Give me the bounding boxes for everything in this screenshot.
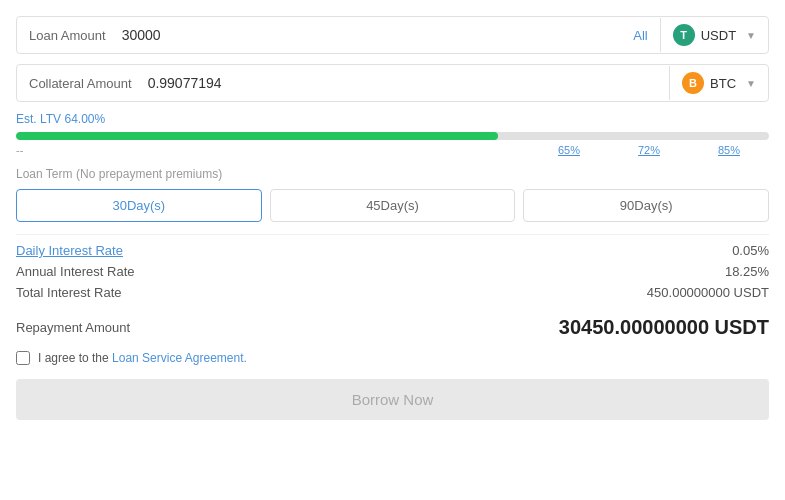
ltv-label: Est. LTV 64.00% [16, 112, 769, 126]
daily-rate-row: Daily Interest Rate 0.05% [16, 243, 769, 258]
agreement-link[interactable]: Loan Service Agreement. [112, 351, 247, 365]
loan-amount-row: Loan Amount All T USDT ▼ [16, 16, 769, 54]
term-buttons: 30Day(s) 45Day(s) 90Day(s) [16, 189, 769, 222]
agreement-text: I agree to the Loan Service Agreement. [38, 351, 247, 365]
daily-rate-value: 0.05% [732, 243, 769, 258]
term-btn-45[interactable]: 45Day(s) [270, 189, 516, 222]
term-btn-30[interactable]: 30Day(s) [16, 189, 262, 222]
usdt-icon: T [673, 24, 695, 46]
loan-term-label: Loan Term (No prepayment premiums) [16, 166, 769, 181]
collateral-amount-row: Collateral Amount B BTC ▼ [16, 64, 769, 102]
ltv-marker-85[interactable]: 85% [689, 144, 769, 156]
loan-amount-label: Loan Amount [17, 18, 118, 53]
loan-amount-all-button[interactable]: All [621, 28, 659, 43]
annual-rate-row: Annual Interest Rate 18.25% [16, 264, 769, 279]
collateral-currency-name: BTC [710, 76, 736, 91]
annual-rate-label: Annual Interest Rate [16, 264, 135, 279]
loan-term-section: Loan Term (No prepayment premiums) 30Day… [16, 166, 769, 222]
loan-term-note: (No prepayment premiums) [76, 167, 222, 181]
ltv-dash: -- [16, 144, 529, 156]
borrow-now-button[interactable]: Borrow Now [16, 379, 769, 420]
ltv-marker-65[interactable]: 65% [529, 144, 609, 156]
rate-section: Daily Interest Rate 0.05% Annual Interes… [16, 234, 769, 300]
ltv-marker-72[interactable]: 72% [609, 144, 689, 156]
daily-rate-label[interactable]: Daily Interest Rate [16, 243, 123, 258]
collateral-amount-label: Collateral Amount [17, 66, 144, 101]
loan-currency-selector[interactable]: T USDT ▼ [660, 18, 768, 52]
agreement-row: I agree to the Loan Service Agreement. [16, 351, 769, 365]
loan-currency-name: USDT [701, 28, 736, 43]
ltv-markers: -- 65% 72% 85% [16, 144, 769, 156]
total-rate-value: 450.00000000 USDT [647, 285, 769, 300]
agreement-checkbox[interactable] [16, 351, 30, 365]
ltv-percent: 64.00% [64, 112, 105, 126]
repayment-section: Repayment Amount 30450.00000000 USDT [16, 312, 769, 339]
loan-amount-input[interactable] [118, 17, 622, 53]
repayment-amount: 30450.00000000 USDT [559, 316, 769, 339]
ltv-progress-bar [16, 132, 769, 140]
loan-currency-chevron: ▼ [746, 30, 756, 41]
total-rate-row: Total Interest Rate 450.00000000 USDT [16, 285, 769, 300]
repayment-label: Repayment Amount [16, 320, 130, 335]
ltv-progress-fill [16, 132, 498, 140]
collateral-currency-chevron: ▼ [746, 78, 756, 89]
btc-icon: B [682, 72, 704, 94]
term-btn-90[interactable]: 90Day(s) [523, 189, 769, 222]
collateral-amount-input[interactable] [144, 65, 669, 101]
ltv-section: Est. LTV 64.00% -- 65% 72% 85% [16, 112, 769, 156]
total-rate-label: Total Interest Rate [16, 285, 122, 300]
collateral-currency-selector[interactable]: B BTC ▼ [669, 66, 768, 100]
annual-rate-value: 18.25% [725, 264, 769, 279]
